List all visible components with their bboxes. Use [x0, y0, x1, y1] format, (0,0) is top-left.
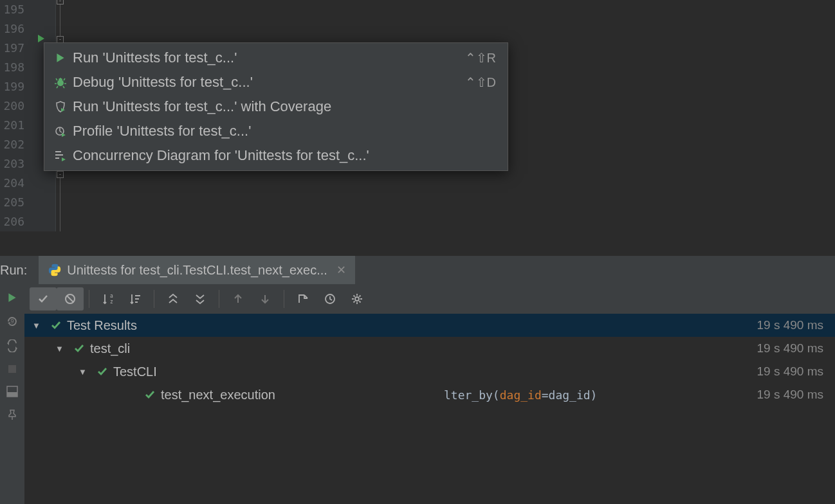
- svg-text:9: 9: [10, 318, 14, 325]
- code-text: =dag_id): [542, 388, 598, 402]
- fold-handle-icon[interactable]: -: [57, 171, 64, 178]
- check-icon: [73, 343, 85, 354]
- coverage-icon: [51, 100, 70, 113]
- expand-icon[interactable]: ▼: [32, 321, 45, 330]
- line-number: 197: [0, 39, 24, 58]
- menu-profile[interactable]: Profile 'Unittests for test_c...': [44, 119, 508, 143]
- svg-rect-5: [55, 158, 59, 159]
- menu-item-shortcut: ⌃⇧D: [465, 75, 496, 90]
- menu-item-label: Run 'Unittests for test_c...': [70, 50, 465, 66]
- toggle-auto-test-icon[interactable]: [6, 339, 19, 352]
- svg-point-0: [57, 80, 64, 86]
- line-number: 196: [0, 19, 24, 39]
- svg-rect-1: [59, 78, 62, 80]
- stop-icon[interactable]: [7, 364, 17, 374]
- show-ignored-button[interactable]: [57, 287, 84, 310]
- menu-run-coverage[interactable]: Run 'Unittests for test_c...' with Cover…: [44, 94, 508, 119]
- menu-item-label: Debug 'Unittests for test_c...': [70, 74, 465, 91]
- line-number: 200: [0, 96, 24, 116]
- svg-rect-4: [55, 154, 63, 156]
- line-number: 195: [0, 0, 24, 19]
- line-number-gutter: 195 196 197 198 199 200 201 202 203 204 …: [0, 0, 31, 231]
- svg-rect-7: [8, 365, 16, 373]
- expand-icon[interactable]: ▼: [78, 367, 91, 377]
- line-number: 206: [0, 212, 24, 231]
- bug-icon: [51, 76, 70, 89]
- layout-icon[interactable]: [6, 386, 18, 397]
- run-left-rail: 9: [0, 284, 24, 504]
- expand-icon[interactable]: ▼: [55, 344, 68, 354]
- menu-item-label: Profile 'Unittests for test_c...': [70, 123, 496, 140]
- menu-item-label: Run 'Unittests for test_c...' with Cover…: [70, 98, 496, 115]
- menu-item-label: Concurrency Diagram for 'Unittests for t…: [70, 147, 496, 164]
- rerun-failed-icon[interactable]: 9: [6, 315, 19, 328]
- show-passed-button[interactable]: [30, 287, 57, 310]
- concurrency-icon: [51, 149, 70, 162]
- run-icon[interactable]: [6, 292, 18, 303]
- fold-handle-icon[interactable]: -: [57, 0, 64, 4]
- menu-debug-tests[interactable]: Debug 'Unittests for test_c...' ⌃⇧D: [44, 70, 508, 94]
- code-text: lter_by(: [444, 388, 500, 402]
- menu-item-shortcut: ⌃⇧R: [465, 50, 496, 66]
- run-icon: [51, 52, 70, 64]
- svg-rect-9: [7, 392, 17, 397]
- check-icon: [50, 320, 62, 331]
- menu-concurrency-diagram[interactable]: Concurrency Diagram for 'Unittests for t…: [44, 143, 508, 168]
- line-number: 204: [0, 174, 24, 193]
- code-kwarg: dag_id: [500, 388, 542, 402]
- line-number: 202: [0, 135, 24, 154]
- line-number: 201: [0, 116, 24, 135]
- menu-run-tests[interactable]: Run 'Unittests for test_c...' ⌃⇧R: [44, 46, 508, 70]
- svg-rect-3: [55, 151, 61, 152]
- pin-icon[interactable]: [6, 409, 18, 420]
- python-icon: [48, 263, 62, 277]
- run-context-menu: Run 'Unittests for test_c...' ⌃⇧R Debug …: [44, 42, 508, 171]
- line-number: 205: [0, 193, 24, 212]
- run-panel-title: Run:: [0, 263, 39, 278]
- line-number: 203: [0, 154, 24, 174]
- line-number: 199: [0, 77, 24, 96]
- line-number: 198: [0, 58, 24, 77]
- profile-icon: [51, 125, 70, 138]
